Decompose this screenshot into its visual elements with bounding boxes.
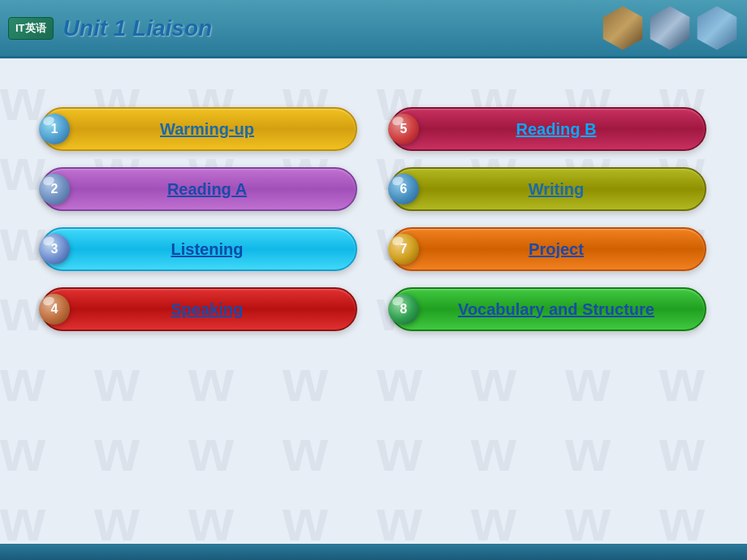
header-images	[601, 6, 739, 50]
btn-reading-a[interactable]: 2 Reading A	[41, 167, 357, 211]
btn-label-writing: Writing	[391, 180, 705, 199]
header: IT英语 Unit 1 Liaison	[0, 0, 747, 58]
btn-label-speaking: Speaking	[42, 300, 356, 319]
btn-label-project: Project	[391, 240, 705, 259]
btn-number-3: 3	[39, 234, 70, 265]
btn-number-2: 2	[39, 174, 70, 205]
btn-warming-up[interactable]: 1 Warming-up	[41, 107, 357, 151]
btn-project[interactable]: 7 Project	[390, 227, 706, 271]
right-column: 5 Reading B 6 Writing 7 Project 8 Vocabu…	[390, 107, 706, 528]
btn-number-6: 6	[388, 174, 419, 205]
btn-number-4: 4	[39, 294, 70, 325]
main-content: 1 Warming-up 2 Reading A 3 Listening 4 S…	[0, 58, 747, 560]
header-image-1	[601, 6, 645, 50]
header-left: IT英语 Unit 1 Liaison	[8, 15, 212, 41]
btn-speaking[interactable]: 4 Speaking	[41, 287, 357, 331]
logo-badge: IT英语	[8, 17, 54, 40]
page-title: Unit 1 Liaison	[63, 15, 213, 41]
btn-vocabulary[interactable]: 8 Vocabulary and Structure	[390, 287, 706, 331]
btn-label-vocabulary: Vocabulary and Structure	[391, 300, 705, 319]
btn-label-reading-b: Reading B	[391, 120, 705, 139]
btn-number-7: 7	[388, 234, 419, 265]
header-image-3	[695, 6, 739, 50]
btn-number-8: 8	[388, 294, 419, 325]
left-column: 1 Warming-up 2 Reading A 3 Listening 4 S…	[41, 107, 357, 528]
btn-writing[interactable]: 6 Writing	[390, 167, 706, 211]
btn-reading-b[interactable]: 5 Reading B	[390, 107, 706, 151]
footer-bar	[0, 544, 747, 560]
btn-number-5: 5	[388, 114, 419, 144]
btn-label-listening: Listening	[42, 240, 356, 259]
btn-label-reading-a: Reading A	[42, 180, 356, 199]
btn-listening[interactable]: 3 Listening	[41, 227, 357, 271]
btn-number-1: 1	[39, 114, 70, 144]
header-image-2	[648, 6, 692, 50]
btn-label-warming-up: Warming-up	[42, 120, 356, 139]
